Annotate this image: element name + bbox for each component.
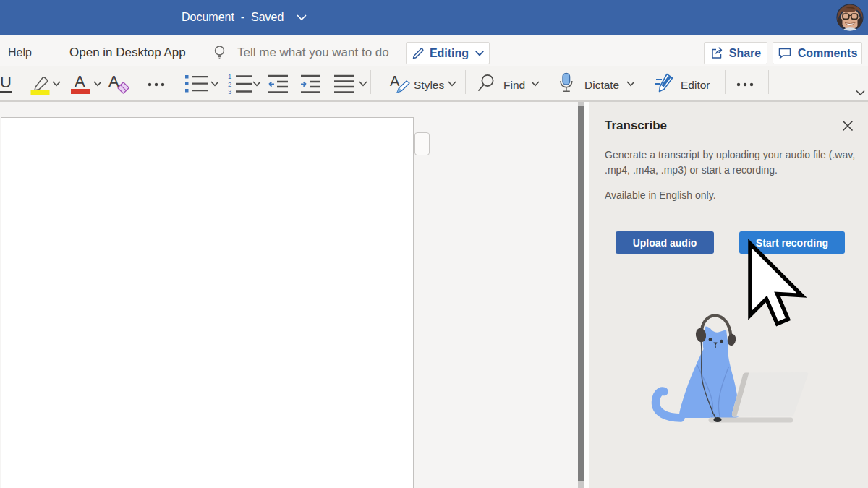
svg-text:1: 1 bbox=[228, 72, 231, 80]
svg-text:3: 3 bbox=[228, 87, 231, 95]
svg-text:2: 2 bbox=[228, 80, 231, 88]
